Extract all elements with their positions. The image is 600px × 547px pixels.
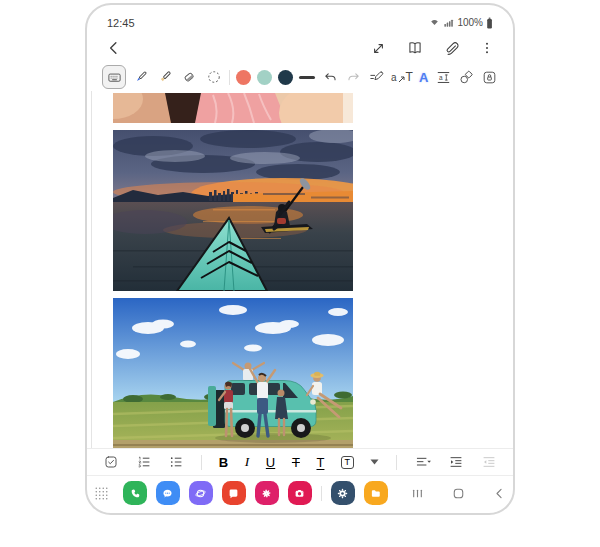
device-frame: 12:45 100% [85,3,515,515]
pen-icon [132,68,150,86]
reading-mode-button[interactable] [406,39,424,57]
text-style-button[interactable]: T [316,455,324,470]
toolbar-divider [229,70,230,85]
photo-kayak-sunset[interactable] [113,130,353,291]
back-nav-button[interactable] [492,486,507,501]
checkbox-icon [103,454,119,470]
eraser-tool-button[interactable] [180,68,198,86]
signal-icon [443,17,454,28]
numbered-list-icon [136,454,152,470]
toolbar-divider [396,455,397,470]
pen-tool-button[interactable] [132,68,150,86]
bulleted-list-icon [168,454,184,470]
status-bar: 12:45 100% [87,5,513,31]
undo-icon [322,69,339,86]
line-spacing-button[interactable]: a [435,69,452,86]
strikethrough-button[interactable]: T [292,455,300,470]
camera-app-button[interactable] [288,481,312,505]
app-drawer-button[interactable] [94,486,109,501]
indent-decrease-button[interactable] [481,454,497,470]
attachment-button[interactable] [443,40,460,57]
recents-icon [410,486,425,501]
back-icon [492,486,507,501]
phone-icon [127,486,142,501]
back-button[interactable] [105,39,123,57]
checkbox-list-button[interactable] [103,454,119,470]
messages-app-button[interactable] [156,481,180,505]
straighten-icon [368,69,385,86]
taskbar-divider [321,486,322,501]
line-spacing-icon: a [435,69,452,86]
lasso-select-icon [205,68,223,86]
expand-button[interactable] [370,40,387,57]
more-options-button[interactable] [479,40,495,56]
handwriting-assist-button[interactable]: A [419,70,428,85]
handwriting-assist-icon: A [419,70,428,85]
bulleted-list-button[interactable] [168,454,184,470]
keyboard-icon [107,70,122,85]
stroke-width-button[interactable] [299,76,315,79]
highlighter-icon [156,68,174,86]
internet-app-button[interactable] [189,481,213,505]
underline-button[interactable]: U [266,455,275,470]
redo-icon [345,69,362,86]
text-box-button[interactable]: T [341,456,354,469]
convert-t-glyph: T [406,71,413,83]
battery-percent: 100% [457,17,483,28]
indent-increase-icon [448,454,464,470]
eraser-icon [180,68,198,86]
photo-people-closeup[interactable] [113,93,353,123]
note-header [87,31,513,59]
shape-recognition-icon [458,69,475,86]
undo-button[interactable] [322,69,339,86]
status-time: 12:45 [107,17,135,29]
app-grid-icon [94,486,109,501]
lock-mode-button[interactable] [481,69,498,86]
lock-icon [481,69,498,86]
settings-gear-icon [335,486,350,501]
straighten-button[interactable] [368,69,385,86]
page-edge [91,91,92,448]
notes-app-button[interactable] [222,481,246,505]
toolbar-divider [201,455,202,470]
gallery-icon [259,486,274,501]
shape-recognition-button[interactable] [458,69,475,86]
svg-text:a: a [439,73,443,80]
home-button[interactable] [451,486,466,501]
my-files-app-button[interactable] [364,481,388,505]
format-toolbar: B I U T T T [87,448,513,475]
convert-a-glyph: a [391,73,397,83]
align-button[interactable] [414,454,432,470]
stroke-width-icon [299,76,315,79]
photo-van-friends[interactable] [113,298,353,448]
color-swatch-navy[interactable] [278,70,293,85]
font-dropdown-button[interactable] [370,459,379,465]
messages-icon [160,486,175,501]
wifi-icon [429,17,440,28]
color-swatch-coral[interactable] [236,70,251,85]
keyboard-tool-button[interactable] [102,65,126,89]
phone-app-button[interactable] [123,481,147,505]
numbered-list-button[interactable] [136,454,152,470]
color-swatch-mint[interactable] [257,70,272,85]
camera-icon [292,486,307,501]
internet-icon [193,486,208,501]
text-box-icon: T [341,456,354,469]
align-icon [414,454,432,470]
italic-button[interactable]: I [245,454,250,470]
home-icon [451,486,466,501]
settings-app-button[interactable] [331,481,355,505]
note-canvas[interactable] [87,91,513,448]
recents-button[interactable] [410,486,425,501]
notes-icon [226,486,241,501]
convert-to-text-button[interactable]: a T [391,71,413,83]
battery-icon [486,17,493,29]
dropdown-icon [370,459,379,465]
highlighter-tool-button[interactable] [156,68,174,86]
pen-toolbar: a T A a [87,59,513,91]
indent-increase-button[interactable] [448,454,464,470]
redo-button[interactable] [345,69,362,86]
gallery-app-button[interactable] [255,481,279,505]
lasso-select-button[interactable] [205,68,223,86]
bold-button[interactable]: B [219,455,228,470]
